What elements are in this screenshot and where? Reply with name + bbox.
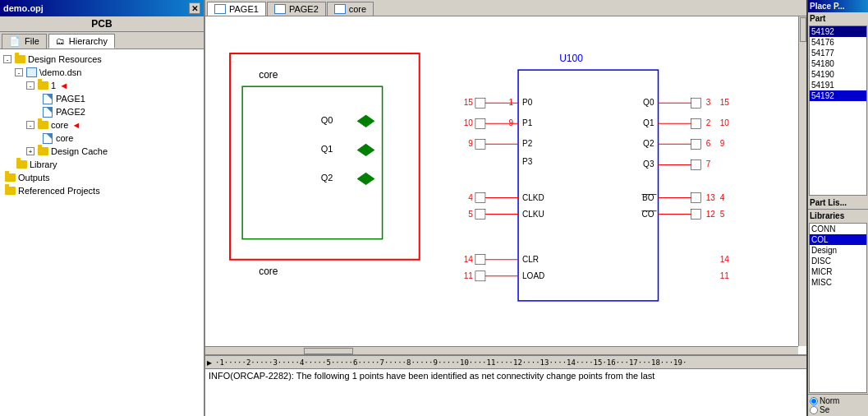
tree-item-library[interactable]: Library bbox=[3, 158, 200, 171]
radio-se-label: Se bbox=[820, 405, 829, 414]
svg-rect-45 bbox=[691, 139, 701, 149]
svg-text:15: 15 bbox=[720, 98, 730, 107]
scrollbar-thumb-h[interactable] bbox=[304, 348, 353, 354]
svg-text:9: 9 bbox=[508, 118, 513, 127]
folder-icon bbox=[3, 185, 16, 196]
tab-page1-label: PAGE1 bbox=[229, 4, 259, 14]
svg-text:10: 10 bbox=[464, 118, 474, 127]
expand-icon[interactable]: - bbox=[26, 121, 34, 129]
tree-label: Design Cache bbox=[51, 146, 108, 156]
radio-se-input[interactable] bbox=[810, 406, 818, 414]
tab-page2-icon bbox=[274, 4, 286, 14]
expand-icon[interactable]: - bbox=[15, 68, 23, 76]
part-item[interactable]: 54176 bbox=[810, 37, 866, 48]
radio-norm-input[interactable] bbox=[810, 397, 818, 405]
tree-item-folder-1[interactable]: - 1 ◄ bbox=[3, 79, 200, 92]
svg-text:5: 5 bbox=[468, 210, 473, 219]
svg-text:9: 9 bbox=[468, 139, 473, 148]
u100-block bbox=[518, 70, 658, 301]
tree-label: core bbox=[56, 133, 73, 143]
arrow-indicator: ◄ bbox=[71, 120, 80, 130]
lib-item[interactable]: CONN bbox=[810, 224, 866, 234]
part-item[interactable]: 54191 bbox=[810, 80, 866, 90]
tree-label: Design Resources bbox=[28, 54, 102, 64]
svg-text:4: 4 bbox=[468, 193, 473, 202]
radio-se[interactable]: Se bbox=[810, 405, 866, 414]
radio-norm[interactable]: Norm bbox=[810, 396, 866, 405]
tree-label: core bbox=[51, 120, 68, 130]
parts-list[interactable]: 54192 54176 54177 54180 54190 54191 5419… bbox=[809, 25, 867, 196]
svg-rect-6 bbox=[475, 98, 485, 108]
svg-text:Q2: Q2 bbox=[643, 139, 654, 148]
ruler-text: ·1·····2·····3·····4·····5·····6·····7··… bbox=[215, 358, 687, 367]
console-message: INFO(ORCAP-2282): The following 1 points… bbox=[209, 371, 654, 381]
tree-label: \demo.dsn bbox=[39, 67, 81, 77]
svg-text:15: 15 bbox=[464, 98, 474, 107]
svg-rect-53 bbox=[691, 193, 701, 203]
svg-text:P1: P1 bbox=[522, 118, 533, 127]
lib-item[interactable]: MICR bbox=[810, 266, 866, 277]
lib-item[interactable]: MISC bbox=[810, 277, 866, 288]
tree-item-outputs[interactable]: Outputs bbox=[3, 171, 200, 184]
tab-page2-label: PAGE2 bbox=[289, 4, 319, 14]
part-item[interactable]: 54190 bbox=[810, 69, 866, 80]
lib-item-selected[interactable]: COL bbox=[810, 234, 866, 245]
radio-group: Norm Se bbox=[808, 394, 868, 416]
lib-item[interactable]: Design bbox=[810, 245, 866, 256]
folder-icon bbox=[36, 146, 49, 157]
svg-text:Q1: Q1 bbox=[321, 144, 333, 154]
horizontal-scrollbar[interactable] bbox=[205, 346, 798, 354]
left-panel-title: demo.opj ✕ bbox=[0, 0, 204, 16]
svg-text:P0: P0 bbox=[522, 98, 533, 107]
tab-page1[interactable]: PAGE1 bbox=[207, 2, 266, 16]
tree-label: PAGE1 bbox=[56, 94, 85, 104]
svg-rect-11 bbox=[475, 118, 485, 128]
part-item[interactable]: 54192 bbox=[810, 90, 866, 101]
tree-item-demo-dsn[interactable]: - \demo.dsn bbox=[3, 66, 200, 79]
svg-text:13: 13 bbox=[706, 193, 716, 202]
tab-core-icon bbox=[334, 4, 346, 14]
svg-text:2: 2 bbox=[706, 118, 711, 127]
part-item[interactable]: 54180 bbox=[810, 58, 866, 69]
svg-text:CLKD: CLKD bbox=[522, 193, 544, 202]
tab-file[interactable]: 📄 File bbox=[2, 34, 47, 49]
core-label-top: core bbox=[259, 69, 278, 81]
tree-item-referenced-projects[interactable]: Referenced Projects bbox=[3, 184, 200, 197]
part-item[interactable]: 54177 bbox=[810, 48, 866, 58]
tree-item-core-folder[interactable]: - core ◄ bbox=[3, 118, 200, 132]
svg-rect-16 bbox=[475, 139, 485, 149]
tab-page2[interactable]: PAGE2 bbox=[267, 2, 326, 16]
dsn-icon bbox=[25, 67, 38, 78]
svg-text:Q0: Q0 bbox=[643, 98, 654, 107]
svg-rect-58 bbox=[691, 210, 701, 220]
svg-text:Q2: Q2 bbox=[321, 173, 333, 183]
tree-item-design-resources[interactable]: - Design Resources bbox=[3, 53, 200, 66]
expand-icon[interactable]: - bbox=[26, 81, 34, 90]
close-button[interactable]: ✕ bbox=[189, 2, 200, 14]
svg-text:11: 11 bbox=[464, 271, 474, 280]
tree-item-page1[interactable]: PAGE1 bbox=[3, 92, 200, 105]
expand-icon[interactable]: - bbox=[3, 55, 11, 63]
svg-text:7: 7 bbox=[706, 159, 711, 169]
folder-icon bbox=[36, 80, 49, 91]
svg-rect-25 bbox=[475, 210, 485, 220]
scrollbar-thumb[interactable] bbox=[800, 17, 806, 42]
console-collapse-btn[interactable]: ▸ bbox=[207, 357, 212, 368]
left-panel: demo.opj ✕ PCB 📄 File 🗂 Hierarchy - Desi… bbox=[0, 0, 205, 416]
expand-icon[interactable]: + bbox=[26, 147, 34, 155]
tree-label: Library bbox=[30, 159, 57, 169]
tree-item-design-cache[interactable]: + Design Cache bbox=[3, 145, 200, 158]
lib-item[interactable]: DISC bbox=[810, 256, 866, 266]
radio-norm-label: Norm bbox=[820, 396, 839, 405]
tree-item-core[interactable]: core bbox=[3, 132, 200, 145]
part-item-selected[interactable]: 54192 bbox=[810, 26, 866, 37]
vertical-scrollbar[interactable] bbox=[798, 16, 806, 346]
tab-hierarchy[interactable]: 🗂 Hierarchy bbox=[48, 34, 115, 49]
right-panel: Place P... Part 54192 54176 54177 54180 … bbox=[806, 0, 868, 416]
svg-text:14: 14 bbox=[720, 255, 730, 264]
svg-text:Q1: Q1 bbox=[643, 118, 654, 127]
libraries-list[interactable]: CONN COL Design DISC MICR MISC bbox=[809, 223, 867, 393]
tab-core[interactable]: core bbox=[327, 2, 374, 16]
tree-item-page2[interactable]: PAGE2 bbox=[3, 105, 200, 118]
u100-label: U100 bbox=[559, 53, 583, 64]
